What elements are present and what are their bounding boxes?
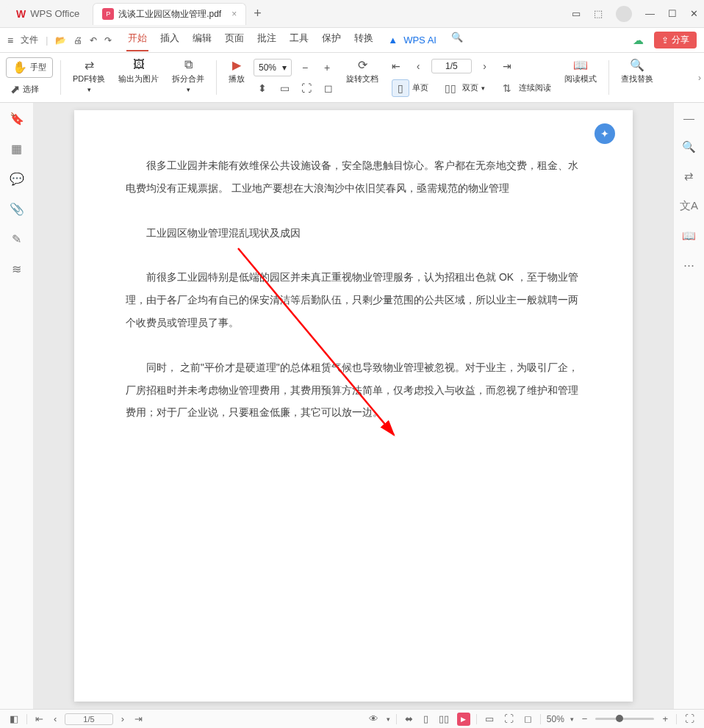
tab-page[interactable]: 页面	[223, 29, 245, 51]
tab-start[interactable]: 开始	[126, 29, 148, 51]
tab-annotate[interactable]: 批注	[256, 29, 278, 51]
more-icon[interactable]: ⋯	[683, 259, 694, 272]
continuous-button[interactable]: ⇅连续阅读	[494, 78, 556, 98]
single-view-icon[interactable]: ▯	[421, 713, 431, 724]
layers-icon[interactable]: ≋	[12, 262, 21, 276]
last-page-icon[interactable]: ⇥	[132, 713, 145, 724]
zoom-in-icon[interactable]: +	[318, 59, 336, 76]
single-page-button[interactable]: ▯单页	[387, 78, 433, 98]
doc-paragraph: 同时， 之前"平价才是硬道理"的总体租赁气候也导致物业管理被忽视。对于业主，为吸…	[126, 356, 581, 424]
next-page-icon[interactable]: ›	[476, 57, 494, 75]
prev-page-icon[interactable]: ‹	[51, 713, 59, 724]
wps-ai-button[interactable]: ▲WPS AI	[385, 29, 439, 51]
convert-icon: ⇄	[85, 57, 94, 72]
ai-logo-icon: ▲	[387, 32, 399, 48]
share-button[interactable]: ⇪ 分享	[654, 32, 697, 48]
document-area[interactable]: ✦ 很多工业园并未能有效维保公共设施设备，安全隐患触目惊心。客户都在无奈地交费，…	[34, 103, 673, 709]
prev-page-icon[interactable]: ‹	[409, 57, 427, 75]
hand-tool-button[interactable]: ✋手型	[6, 57, 53, 78]
search-panel-icon[interactable]: 🔍	[682, 140, 696, 154]
print-icon[interactable]: 🖨	[73, 35, 82, 46]
ai-badge-icon[interactable]: ✦	[595, 123, 615, 144]
avatar-icon[interactable]	[616, 6, 632, 22]
next-page-icon[interactable]: ›	[119, 713, 126, 724]
left-sidebar: 🔖 ▦ 💬 📎 ✎ ≋	[0, 103, 34, 709]
edit-icon[interactable]: ✎	[12, 232, 21, 246]
reader-icon[interactable]: 📖	[682, 229, 696, 242]
layout-icon[interactable]: ▭	[572, 8, 581, 19]
transform-icon[interactable]: ⇄	[684, 170, 694, 183]
layout1-icon[interactable]: ▭	[483, 713, 496, 724]
bookmark-icon[interactable]: 🔖	[10, 112, 24, 126]
toolbar-expand-icon[interactable]: ›	[698, 73, 701, 83]
toolbar: ✋手型 ⬈选择 ⇄PDF转换▾ 🖼输出为图片 ⧉拆分合并▾ ▶播放 50%▾ −…	[0, 53, 704, 103]
minimize-icon[interactable]: —	[645, 8, 655, 19]
continuous-icon: ⇅	[498, 79, 516, 97]
close-window-icon[interactable]: ✕	[690, 8, 698, 19]
tab-convert[interactable]: 转换	[353, 29, 375, 51]
zoom-out-icon[interactable]: −	[580, 713, 590, 724]
search-icon: 🔍	[630, 57, 644, 72]
split-icon: ⧉	[184, 57, 193, 72]
tab-protect[interactable]: 保护	[320, 29, 342, 51]
hamburger-icon[interactable]: ≡	[7, 35, 13, 46]
tab-insert[interactable]: 插入	[159, 29, 181, 51]
layout2-icon[interactable]: ⛶	[502, 713, 516, 724]
play-icon: ▶	[232, 57, 241, 72]
last-page-icon[interactable]: ⇥	[498, 57, 516, 75]
double-page-button[interactable]: ▯▯双页▾	[437, 78, 489, 98]
redo-icon[interactable]: ↷	[104, 35, 112, 46]
split-merge-button[interactable]: ⧉拆分合并▾	[168, 56, 209, 99]
zoom-level[interactable]: 50%	[547, 714, 564, 724]
first-page-icon[interactable]: ⇤	[33, 713, 46, 724]
book-view-button[interactable]: 📖阅读模式	[560, 56, 601, 99]
pdf-page: ✦ 很多工业园并未能有效维保公共设施设备，安全隐患触目惊心。客户都在无奈地交费，…	[74, 110, 633, 702]
translate-icon[interactable]: 文A	[680, 199, 698, 213]
crop-icon[interactable]: ⛶	[298, 79, 315, 97]
tab-edit[interactable]: 编辑	[191, 29, 213, 51]
play-button[interactable]: ▶播放	[224, 56, 249, 99]
cube-icon[interactable]: ⬚	[594, 8, 603, 19]
export-image-button[interactable]: 🖼输出为图片	[114, 56, 163, 99]
fit-width-icon[interactable]: ⬍	[254, 79, 271, 97]
page-number-input[interactable]: 1/5	[431, 59, 472, 73]
app-name: WPS Office	[30, 8, 79, 19]
document-tab[interactable]: P 浅谈工业园区物业管理.pdf ×	[93, 3, 246, 25]
fullscreen-icon[interactable]: ⛶	[683, 713, 697, 724]
panel-toggle-icon[interactable]: ◧	[7, 713, 21, 724]
minus-icon[interactable]: —	[683, 112, 694, 124]
thumbnail-icon[interactable]: ▦	[11, 142, 22, 156]
zoom-in-icon[interactable]: +	[660, 713, 670, 724]
layout3-icon[interactable]: ◻	[522, 713, 534, 724]
tab-tools[interactable]: 工具	[288, 29, 310, 51]
zoom-slider[interactable]	[595, 718, 654, 720]
close-tab-icon[interactable]: ×	[231, 9, 237, 19]
first-page-icon[interactable]: ⇤	[387, 57, 405, 75]
comment-icon[interactable]: 💬	[10, 172, 24, 186]
undo-icon[interactable]: ↶	[90, 35, 97, 46]
slideshow-icon[interactable]: ▶	[457, 713, 470, 726]
file-menu[interactable]: 文件	[21, 34, 38, 46]
actual-size-icon[interactable]: ◻	[320, 79, 337, 97]
rotate-button[interactable]: ⟳旋转文档	[342, 56, 383, 99]
maximize-icon[interactable]: ☐	[668, 8, 677, 19]
cloud-sync-icon[interactable]: ☁	[633, 34, 644, 47]
eye-icon[interactable]: 👁	[367, 713, 381, 724]
new-tab-button[interactable]: +	[254, 6, 262, 21]
fit-page-icon[interactable]: ▭	[276, 79, 293, 97]
search-icon[interactable]: 🔍	[450, 29, 464, 51]
zoom-out-icon[interactable]: −	[296, 59, 314, 76]
find-replace-button[interactable]: 🔍查找替换	[617, 56, 658, 99]
fit-width-icon[interactable]: ⬌	[403, 713, 415, 724]
double-view-icon[interactable]: ▯▯	[437, 713, 451, 724]
open-icon[interactable]: 📂	[55, 35, 66, 46]
right-sidebar: — 🔍 ⇄ 文A 📖 ⋯	[673, 103, 704, 709]
zoom-combo[interactable]: 50%▾	[254, 59, 292, 76]
select-tool-button[interactable]: ⬈选择	[6, 81, 53, 98]
wps-logo-icon: W	[16, 8, 26, 20]
attachment-icon[interactable]: 📎	[10, 202, 24, 216]
pdf-convert-button[interactable]: ⇄PDF转换▾	[68, 56, 109, 99]
app-tab[interactable]: W WPS Office	[6, 4, 90, 24]
page-number-display[interactable]: 1/5	[65, 713, 112, 725]
doc-paragraph: 很多工业园并未能有效维保公共设施设备，安全隐患触目惊心。客户都在无奈地交费，租金…	[126, 154, 581, 200]
